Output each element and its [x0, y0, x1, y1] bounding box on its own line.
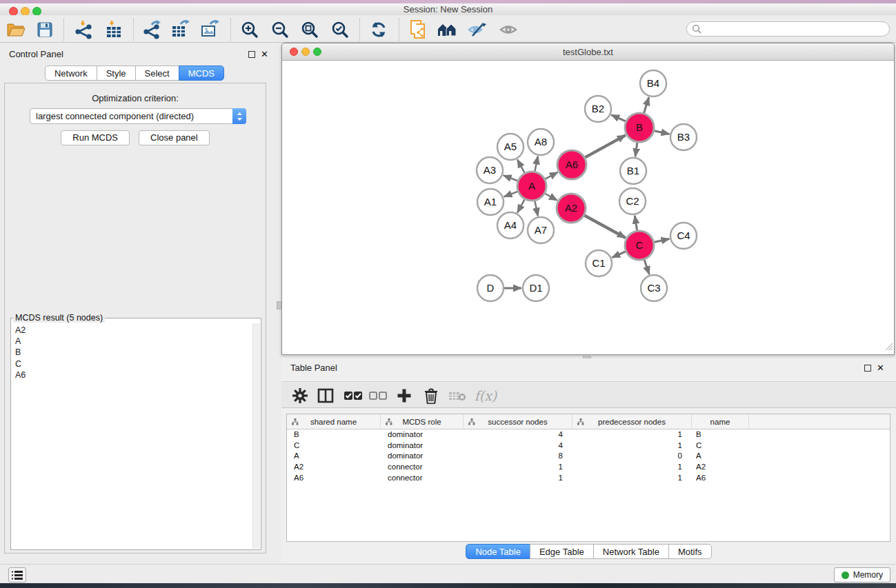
graph-node-A5[interactable]: A5 — [497, 134, 524, 160]
graph-node-A8[interactable]: A8 — [528, 129, 554, 155]
hide-graphics-details-icon[interactable] — [467, 19, 488, 40]
tab-style[interactable]: Style — [97, 65, 136, 81]
task-history-button[interactable] — [8, 567, 26, 582]
table-row[interactable]: A2connector11A2 — [287, 462, 890, 473]
zoom-out-icon[interactable] — [270, 19, 290, 40]
graph-edge-C-C4[interactable] — [654, 239, 669, 242]
table-row[interactable]: Adominator80A — [287, 451, 890, 462]
search-input[interactable] — [704, 24, 889, 34]
import-table-icon[interactable] — [104, 19, 125, 40]
refresh-layout-icon[interactable] — [368, 19, 389, 40]
graph-edge-A-A7[interactable] — [535, 201, 537, 216]
show-graphics-details-icon[interactable] — [498, 19, 519, 40]
export-table-icon[interactable] — [170, 19, 191, 40]
graph-node-C1[interactable]: C1 — [586, 250, 612, 276]
graph-edge-B-B4[interactable] — [644, 97, 649, 113]
graph-node-B4[interactable]: B4 — [640, 70, 666, 97]
tab-mcds[interactable]: MCDS — [179, 65, 224, 81]
graph-edge-A-A1[interactable] — [504, 192, 518, 197]
graph-node-A2[interactable]: A2 — [557, 194, 586, 223]
column-header-shared-name[interactable]: shared name — [287, 414, 381, 429]
graph-node-C[interactable]: C — [625, 231, 654, 260]
mcds-result-scrollbar[interactable] — [252, 323, 260, 549]
float-table-panel-icon[interactable] — [864, 365, 871, 372]
tab-network[interactable]: Network — [45, 65, 97, 81]
graph-node-C2[interactable]: C2 — [619, 188, 646, 214]
graph-node-B2[interactable]: B2 — [585, 96, 611, 122]
select-all-icon[interactable] — [343, 385, 364, 406]
graph-node-A4[interactable]: A4 — [497, 212, 524, 239]
graph-edge-A6-B[interactable] — [585, 135, 626, 157]
graph-edge-A2-C[interactable] — [584, 216, 625, 238]
table-row[interactable]: Cdominator41C — [287, 440, 890, 452]
graph-node-D1[interactable]: D1 — [523, 275, 549, 301]
graph-edge-B-B1[interactable] — [635, 143, 637, 156]
tab-network-table[interactable]: Network Table — [593, 544, 669, 559]
column-header-successor-nodes[interactable]: successor nodes — [464, 414, 573, 429]
graph-edge-A-A5[interactable] — [517, 159, 524, 172]
graph-edge-A-A2[interactable] — [545, 194, 557, 201]
graph-edge-A-A6[interactable] — [545, 172, 557, 179]
delete-row-icon[interactable] — [421, 385, 441, 406]
table-row[interactable]: Bdominator41B — [287, 429, 890, 440]
graph-node-A[interactable]: A — [517, 172, 546, 201]
graph-node-A7[interactable]: A7 — [528, 217, 554, 243]
graph-edge-A-A8[interactable] — [535, 156, 537, 172]
resize-grip-icon[interactable] — [884, 341, 893, 352]
graph-edge-B-B3[interactable] — [654, 131, 669, 134]
graph-node-A1[interactable]: A1 — [477, 189, 504, 215]
tab-node-table[interactable]: Node Table — [466, 544, 530, 559]
table-options-icon[interactable] — [290, 385, 310, 406]
zoom-fit-icon[interactable] — [299, 19, 320, 40]
export-network-icon[interactable] — [141, 19, 162, 40]
graph-node-B[interactable]: B — [625, 113, 654, 142]
close-table-panel-icon[interactable]: ✕ — [877, 363, 884, 373]
export-image-icon[interactable] — [200, 19, 221, 40]
criterion-dropdown[interactable]: largest connected component (directed) — [30, 108, 246, 124]
column-header-name[interactable]: name — [692, 414, 749, 429]
close-panel-icon[interactable]: ✕ — [261, 49, 268, 59]
float-panel-icon[interactable] — [248, 51, 255, 58]
graph-node-A3[interactable]: A3 — [477, 157, 503, 183]
graph-node-B3[interactable]: B3 — [670, 124, 697, 150]
open-session-icon[interactable] — [6, 19, 26, 40]
tab-select[interactable]: Select — [135, 65, 179, 81]
graph-edge-A-A4[interactable] — [517, 199, 524, 212]
search-field[interactable] — [686, 21, 890, 37]
column-header-MCDS-role[interactable]: MCDS role — [381, 414, 464, 429]
table-row[interactable]: A6connector11A6 — [287, 473, 890, 484]
mcds-result-item[interactable]: B — [15, 347, 252, 358]
mcds-result-item[interactable]: C — [15, 358, 252, 369]
graph-edge-A-A3[interactable] — [504, 175, 518, 181]
graph-node-B1[interactable]: B1 — [620, 158, 646, 184]
save-session-icon[interactable] — [34, 19, 55, 40]
show-column-icon[interactable] — [315, 385, 336, 406]
close-panel-button[interactable]: Close panel — [139, 130, 210, 145]
tab-motifs[interactable]: Motifs — [668, 544, 712, 559]
add-row-icon[interactable] — [394, 385, 415, 406]
network-canvas[interactable]: B4B2BB3A8A5A6A3B1AC2A1A2A4A7C4CC1C3DD1 — [282, 61, 894, 354]
network-vscroll-thumb[interactable] — [277, 301, 281, 310]
mcds-result-item[interactable]: A2 — [15, 325, 252, 336]
column-header-predecessor-nodes[interactable]: predecessor nodes — [573, 414, 692, 429]
graph-node-D[interactable]: D — [477, 275, 504, 301]
graph-edge-C-C1[interactable] — [612, 252, 626, 258]
mcds-result-list[interactable]: A2ABCA6 — [12, 323, 252, 549]
graph-node-C3[interactable]: C3 — [641, 275, 667, 301]
node-table[interactable]: shared nameMCDS rolesuccessor nodesprede… — [286, 414, 890, 542]
deselect-all-icon[interactable] — [368, 385, 388, 406]
mcds-result-item[interactable]: A — [15, 336, 252, 347]
delete-table-icon[interactable] — [447, 385, 468, 406]
import-network-icon[interactable] — [73, 19, 94, 40]
graph-edge-B-B2[interactable] — [611, 115, 626, 121]
graph-node-A6[interactable]: A6 — [557, 150, 586, 179]
network-window-titlebar[interactable]: testGlobe.txt — [282, 43, 894, 61]
memory-button[interactable]: Memory — [834, 567, 890, 582]
network-from-clipboard-icon[interactable] — [408, 19, 429, 40]
zoom-selected-icon[interactable] — [330, 19, 350, 40]
tab-edge-table[interactable]: Edge Table — [530, 544, 594, 559]
zoom-in-icon[interactable] — [239, 19, 260, 40]
function-builder-icon[interactable]: f(x) — [470, 385, 501, 406]
mcds-result-item[interactable]: A6 — [15, 369, 252, 381]
run-mcds-button[interactable]: Run MCDS — [61, 130, 130, 145]
